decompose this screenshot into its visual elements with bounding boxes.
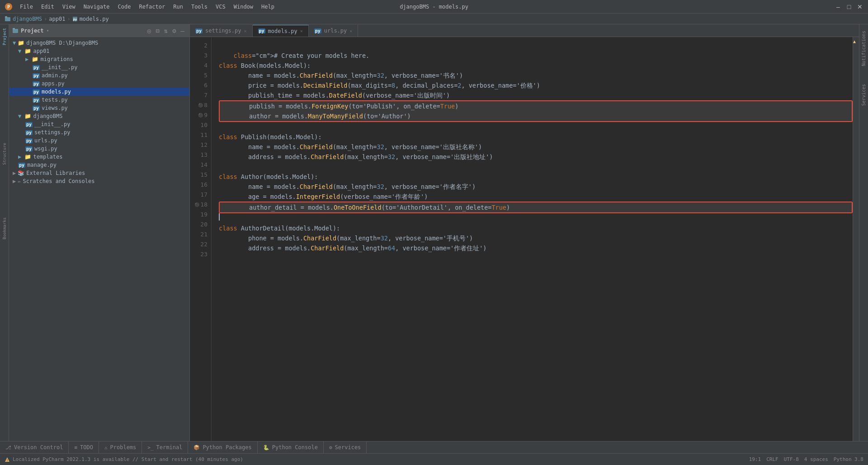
tab-label: settings.py [205, 28, 241, 34]
tree-item---init---py[interactable]: py __init__.py [9, 120, 189, 128]
tab-close-button[interactable]: ✕ [300, 28, 303, 33]
line-num-9: 9 [204, 110, 208, 120]
bottom-tab-problems[interactable]: ⚠Problems [99, 441, 142, 454]
title-bar-controls: – □ ✕ [835, 3, 863, 10]
bottom-tab-services[interactable]: ⚙Services [324, 441, 367, 454]
tree-item-models-py[interactable]: py models.py [9, 88, 189, 96]
line-ending[interactable]: CRLF [766, 456, 778, 462]
breakpoint-gutter[interactable]: ⚫ [198, 100, 203, 110]
tree-item-manage-py[interactable]: py manage.py [9, 161, 189, 169]
bottom-tab-python-console[interactable]: 🐍Python Console [258, 441, 324, 454]
bottom-tab-version-control[interactable]: ⎇Version Control [0, 441, 69, 454]
scroll-indicator[interactable]: ▲ 15 ∧ [853, 37, 859, 441]
locate-file-button[interactable]: ◎ [146, 27, 152, 35]
tree-item-apps-py[interactable]: py apps.py [9, 80, 189, 88]
bottom-tab-todo[interactable]: ≡TODO [69, 441, 99, 454]
project-dropdown-arrow[interactable]: ▾ [47, 28, 49, 33]
collapse-all-button[interactable]: ⊟ [154, 27, 160, 35]
menu-item-run[interactable]: Run [170, 3, 187, 11]
settings-button[interactable]: ⚙ [171, 27, 177, 35]
tab-urls-py[interactable]: pyurls.py✕ [309, 25, 359, 37]
cursor-position[interactable]: 19:1 [749, 456, 761, 462]
sort-button[interactable]: ⇅ [163, 27, 169, 35]
breadcrumb-part-2[interactable]: app01 [49, 16, 65, 22]
project-header: Project ▾ ◎ ⊟ ⇅ ⚙ – [9, 24, 189, 37]
tree-item-djangobms[interactable]: ▼ 📁 djangoBMS [9, 112, 189, 120]
menu-item-code[interactable]: Code [114, 3, 135, 11]
warning-icon: ! [5, 457, 10, 462]
menu-item-tools[interactable]: Tools [188, 3, 211, 11]
bottom-tab-python-packages[interactable]: 📦Python Packages [188, 441, 257, 454]
close-button[interactable]: ✕ [856, 3, 863, 10]
menu-item-edit[interactable]: Edit [38, 3, 58, 11]
tree-item---init---py[interactable]: py __init__.py [9, 63, 189, 71]
window-title: djangoBMS - models.py [400, 4, 468, 10]
line-numbers: ⚫2⚫3⚫4⚫5⚫6⚫7⚫8⚫9⚫10⚫11⚫12⚫13⚫14⚫15⚫16⚫17… [190, 37, 212, 441]
tree-item-djangobms--d--djangobms[interactable]: ▼ 📁 djangoBMS D:\DjangoBMS [9, 39, 189, 47]
python-version[interactable]: Python 3.8 [834, 456, 863, 462]
title-bar: P FileEditViewNavigateCodeRefactorRunToo… [0, 0, 868, 14]
project-tab[interactable]: Project [1, 24, 8, 49]
line-num-21: 21 [200, 230, 208, 240]
code-line-3: class="cm"># Create your models here. [219, 51, 853, 61]
line-num-10: 10 [200, 120, 208, 130]
tree-item-wsgi-py[interactable]: py wsgi.py [9, 145, 189, 153]
structure-tab-left[interactable]: Structure [1, 139, 8, 169]
svg-rect-6 [13, 29, 18, 33]
line-num-19: 19 [200, 210, 208, 220]
tab-close-button[interactable]: ✕ [244, 28, 247, 33]
breadcrumb-part-1[interactable]: djangoBMS [13, 16, 42, 22]
tree-item-migrations[interactable]: ▶ 📁 migrations [9, 55, 189, 63]
services-right-tab[interactable]: Services [860, 80, 867, 110]
tab-icon: py [258, 28, 265, 33]
tree-item-external-libraries[interactable]: ▶ 📚 External Libraries [9, 169, 189, 177]
menu-item-view[interactable]: View [59, 3, 79, 11]
code-line-19 [219, 213, 853, 223]
breakpoint-gutter[interactable]: ⚫ [194, 200, 199, 210]
bottom-tab-icon: ≡ [74, 445, 77, 451]
bottom-tab-terminal[interactable]: >_Terminal [142, 441, 188, 454]
menu-item-file[interactable]: File [16, 3, 37, 11]
breakpoint-gutter[interactable]: ⚫ [198, 110, 203, 120]
svg-text:P: P [7, 5, 10, 9]
far-right-tabs: Notifications Services [859, 24, 868, 441]
tree-item-settings-py[interactable]: py settings.py [9, 128, 189, 136]
line-num-6: 6 [204, 80, 208, 90]
code-line-10 [219, 122, 853, 132]
menu-item-help[interactable]: Help [258, 3, 278, 11]
line-num-8: 8 [204, 100, 208, 110]
code-line-21: phone = models.CharField(max_length=32, … [219, 233, 853, 243]
tree-item-templates[interactable]: ▶ 📁 templates [9, 153, 189, 161]
indent-setting[interactable]: 4 spaces [804, 456, 828, 462]
tab-bar: pysettings.py✕pymodels.py✕pyurls.py✕ [190, 24, 859, 37]
editor-area: pysettings.py✕pymodels.py✕pyurls.py✕ ⚫2⚫… [190, 24, 859, 441]
encoding[interactable]: UTF-8 [784, 456, 799, 462]
menu-item-refactor[interactable]: Refactor [135, 3, 169, 11]
maximize-button[interactable]: □ [845, 3, 853, 10]
tab-models-py[interactable]: pymodels.py✕ [253, 25, 309, 37]
tree-item-urls-py[interactable]: py urls.py [9, 136, 189, 145]
tree-item-scratches-and-consoles[interactable]: ▶ ✏ Scratches and Consoles [9, 177, 189, 185]
line-num-2: 2 [204, 41, 208, 51]
tree-item-tests-py[interactable]: py tests.py [9, 96, 189, 104]
code-editor[interactable]: class="cm"># Create your models here.cla… [212, 37, 853, 441]
breadcrumb-part-3[interactable]: models.py [80, 16, 109, 22]
code-line-15: class Author(models.Model): [219, 172, 853, 182]
tab-settings-py[interactable]: pysettings.py✕ [190, 25, 253, 37]
tab-close-button[interactable]: ✕ [349, 28, 352, 33]
tree-item-app01[interactable]: ▼ 📁 app01 [9, 47, 189, 55]
bottom-tab-label: Terminal [156, 444, 183, 451]
bookmarks-tab[interactable]: Bookmarks [1, 214, 8, 243]
notifications-tab[interactable]: Notifications [860, 26, 867, 70]
tree-item-views-py[interactable]: py views.py [9, 104, 189, 112]
project-panel-title: Project [21, 28, 44, 34]
minimize-button[interactable]: – [835, 3, 842, 10]
bottom-tab-icon: 🐍 [263, 445, 269, 451]
code-line-16: name = models.CharField(max_length=32, v… [219, 182, 853, 192]
menu-item-vcs[interactable]: VCS [212, 3, 229, 11]
menu-item-window[interactable]: Window [230, 3, 257, 11]
menu-item-navigate[interactable]: Navigate [80, 3, 113, 11]
code-line-6: price = models.DecimalField(max_digits=8… [219, 80, 853, 90]
hide-panel-button[interactable]: – [179, 27, 186, 35]
tree-item-admin-py[interactable]: py admin.py [9, 71, 189, 80]
